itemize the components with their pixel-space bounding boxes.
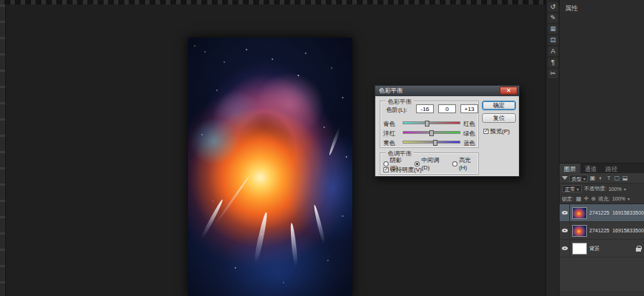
- document-image[interactable]: [188, 38, 352, 296]
- layer-name[interactable]: 2741225_169158335000_2 …: [589, 210, 644, 215]
- blend-mode-value: 正常: [565, 186, 575, 192]
- tab-channels[interactable]: 通道: [580, 164, 601, 173]
- smart-filter-icon[interactable]: ⬓: [622, 175, 628, 181]
- tab-properties[interactable]: 属性: [565, 4, 578, 13]
- layer-name[interactable]: 背景: [589, 245, 636, 252]
- radio-icon: [452, 161, 457, 166]
- dialog-title[interactable]: 色彩平衡: [375, 86, 519, 96]
- layer-row-background[interactable]: 背景: [560, 240, 644, 258]
- tab-paths[interactable]: 路径: [601, 164, 622, 173]
- cyan-red-slider-row: 青色 红色: [380, 119, 480, 127]
- preview-checkbox[interactable]: [483, 129, 489, 134]
- yellow-blue-slider[interactable]: [403, 141, 460, 144]
- group-label: 色彩平衡: [386, 98, 414, 106]
- cyan-red-slider[interactable]: [403, 121, 460, 124]
- magenta-green-slider-row: 洋红 绿色: [380, 129, 480, 136]
- layer-thumbnail[interactable]: [572, 225, 587, 237]
- right-panel: 属性 图层 通道 路径 类型 ▾ ▣ ◐ T ▢ ⬓ 正常 ▾ 不透明度: 10…: [560, 0, 644, 296]
- history-icon[interactable]: ↺: [548, 2, 558, 12]
- midtones-label: 中间调(D): [421, 156, 446, 171]
- eye-icon: [562, 211, 568, 215]
- visibility-cell[interactable]: [560, 222, 570, 239]
- opacity-label: 不透明度:: [584, 185, 606, 192]
- filter-kind-label: 类型: [571, 176, 582, 181]
- toolbox-sliver: [0, 4, 6, 296]
- slider-thumb[interactable]: [429, 130, 434, 136]
- actions-icon[interactable]: ✂: [548, 69, 558, 78]
- green-label: 绿色: [463, 130, 478, 138]
- cyan-label: 青色: [383, 120, 401, 128]
- tab-layers[interactable]: 图层: [560, 164, 580, 173]
- magenta-label: 洋红: [383, 130, 401, 138]
- visibility-cell[interactable]: [560, 240, 570, 257]
- eye-icon: [562, 229, 568, 232]
- lock-all-icon[interactable]: ⊕: [591, 195, 596, 202]
- cyan-red-value-input[interactable]: [416, 104, 434, 113]
- yellow-blue-value-input[interactable]: [460, 104, 478, 113]
- character-icon[interactable]: A: [548, 47, 558, 56]
- red-label: 红色: [463, 120, 478, 128]
- preserve-luminosity-checkbox[interactable]: [383, 167, 389, 172]
- lock-row: 锁定: ▦ ✛ ⊕ 填充: 100% ▾: [560, 194, 644, 204]
- filter-kind-select[interactable]: 类型 ▾: [569, 175, 588, 182]
- fill-label: 填充:: [598, 195, 610, 203]
- fill-dropdown-icon[interactable]: ▾: [628, 196, 630, 201]
- shape-filter-icon[interactable]: ▢: [614, 175, 620, 181]
- preview-label: 预览(P): [490, 127, 510, 135]
- pixel-filter-icon[interactable]: ▣: [589, 175, 596, 181]
- layer-thumbnail[interactable]: [572, 243, 587, 255]
- levels-label: 色阶(L):: [386, 106, 407, 114]
- lock-pixels-icon[interactable]: ▦: [576, 195, 582, 202]
- visibility-cell[interactable]: [560, 204, 570, 221]
- layer-filter-row: 类型 ▾ ▣ ◐ T ▢ ⬓: [560, 173, 644, 184]
- layer-row[interactable]: 2741225_169158335000_2 …: [560, 204, 644, 222]
- layers-panel-tabs: 图层 通道 路径: [560, 164, 644, 173]
- slider-thumb[interactable]: [433, 140, 437, 146]
- blend-mode-select[interactable]: 正常 ▾: [562, 185, 582, 192]
- lock-position-icon[interactable]: ✛: [584, 195, 589, 202]
- paragraph-icon[interactable]: ¶: [548, 58, 558, 67]
- yellow-label: 黄色: [383, 139, 401, 147]
- slider-thumb[interactable]: [425, 121, 429, 127]
- highlights-radio[interactable]: 高光(H): [452, 156, 478, 171]
- reset-button[interactable]: 复位: [482, 113, 516, 123]
- color-balance-group: 色彩平衡 色阶(L): 青色 红色 洋红 绿色 黄色 蓝色: [380, 101, 479, 148]
- fill-value[interactable]: 100%: [612, 196, 625, 201]
- layers-panel: 图层 通道 路径 类型 ▾ ▣ ◐ T ▢ ⬓ 正常 ▾ 不透明度: 100% …: [560, 163, 644, 296]
- clone-source-icon[interactable]: ⊡: [548, 36, 558, 45]
- lock-label: 锁定:: [562, 195, 574, 203]
- filter-funnel-icon: [562, 176, 568, 180]
- color-balance-dialog: 色彩平衡 ✕ 色彩平衡 色阶(L): 青色 红色 洋红 绿色 黄色 蓝色 色调平…: [375, 85, 520, 177]
- opacity-dropdown-icon[interactable]: ▾: [624, 186, 626, 192]
- brush-presets-icon[interactable]: ✎: [548, 13, 558, 23]
- close-icon[interactable]: ✕: [500, 87, 517, 95]
- adjustment-filter-icon[interactable]: ◐: [597, 175, 604, 181]
- type-filter-icon[interactable]: T: [606, 175, 612, 181]
- magenta-green-value-input[interactable]: [438, 104, 456, 113]
- layer-row[interactable]: 2741225_169158335000_2: [560, 222, 644, 240]
- blue-label: 蓝色: [463, 139, 478, 147]
- eye-icon: [562, 246, 568, 250]
- opacity-value[interactable]: 100%: [608, 186, 622, 192]
- magenta-green-slider[interactable]: [403, 131, 460, 134]
- preserve-luminosity-label: 保持明度(V): [390, 166, 422, 174]
- blend-mode-row: 正常 ▾ 不透明度: 100% ▾: [560, 184, 644, 194]
- lock-icon: [636, 246, 641, 252]
- artwork-vignette: [188, 38, 352, 296]
- layer-thumbnail[interactable]: [572, 207, 587, 219]
- ok-button[interactable]: 确定: [482, 101, 516, 110]
- tool-presets-icon[interactable]: ⊞: [548, 24, 558, 34]
- layer-name[interactable]: 2741225_169158335000_2: [589, 228, 644, 233]
- layer-list: 2741225_169158335000_2 … 2741225_1691583…: [560, 204, 644, 291]
- highlights-label: 高光(H): [459, 156, 478, 171]
- panel-icon-strip: ↺ ✎ ⊞ ⊡ A ¶ ✂: [546, 0, 559, 296]
- yellow-blue-slider-row: 黄色 蓝色: [380, 138, 480, 146]
- tone-balance-group: 色调平衡 阴影(S) 中间调(D) 高光(H) 保持明度(V): [380, 152, 479, 175]
